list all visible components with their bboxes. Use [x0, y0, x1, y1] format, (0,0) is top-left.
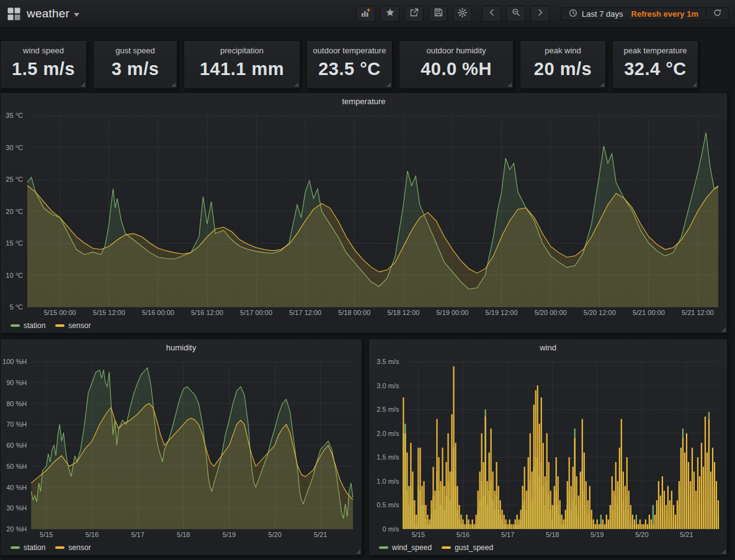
svg-text:5/18: 5/18: [177, 531, 190, 538]
stat-value: 3 m/s: [112, 59, 159, 79]
chevron-right-icon: [537, 8, 544, 19]
panel-resize-handle[interactable]: [294, 82, 298, 87]
svg-text:0 m/s: 0 m/s: [382, 525, 399, 533]
panel-resize-handle[interactable]: [507, 82, 512, 87]
panel-title-temperature[interactable]: temperature: [1, 93, 727, 109]
legend-swatch: [379, 546, 388, 549]
timepicker: Last 7 days Refresh every 1m: [561, 7, 729, 20]
svg-text:5/18: 5/18: [546, 531, 559, 538]
legend-label: sensor: [68, 321, 91, 330]
legend-swatch: [55, 324, 65, 327]
wind-legend: wind_speed gust_speed: [369, 540, 727, 555]
zoom-out-button[interactable]: [506, 6, 525, 22]
panel-title-wind[interactable]: wind: [369, 339, 727, 355]
legend-label: station: [24, 543, 45, 552]
panel-title[interactable]: outdoor temperature: [313, 46, 386, 55]
stat-panel-peak-temperature: peak temperature 32.4 °C: [612, 40, 698, 89]
panel-resize-handle[interactable]: [356, 549, 360, 554]
add-panel-button[interactable]: [356, 6, 375, 22]
svg-text:5/19 12:00: 5/19 12:00: [486, 309, 518, 316]
svg-text:80 %H: 80 %H: [6, 400, 27, 407]
legend-swatch: [11, 546, 20, 549]
time-back-button[interactable]: [482, 6, 501, 22]
temperature-row: temperature 5/15 00:005/15 12:005/16 00:…: [0, 92, 728, 334]
stat-value: 32.4 °C: [624, 59, 687, 79]
stat-panel-gust-speed: gust speed 3 m/s: [93, 40, 177, 89]
svg-text:5/15: 5/15: [412, 531, 425, 538]
stat-row: wind speed 1.5 m/s gust speed 3 m/s prec…: [0, 40, 728, 89]
legend-item-station[interactable]: station: [11, 321, 45, 330]
panel-resize-handle[interactable]: [692, 82, 697, 87]
clock-icon: [569, 9, 577, 19]
stat-value: 23.5 °C: [318, 59, 381, 79]
panel-title[interactable]: outdoor humidity: [426, 46, 486, 55]
wind-chart[interactable]: 5/155/165/175/185/195/205/210 m/s0.5 m/s…: [369, 355, 727, 540]
grafana-dashboard: weather: [0, 0, 735, 560]
panel-title-humidity[interactable]: humidity: [1, 339, 362, 355]
svg-text:100 %H: 100 %H: [2, 358, 27, 365]
stat-panel-outdoor-temperature: outdoor temperature 23.5 °C: [306, 40, 393, 89]
panel-resize-handle[interactable]: [81, 82, 85, 87]
settings-button[interactable]: [453, 6, 472, 22]
svg-text:5/20 12:00: 5/20 12:00: [584, 309, 616, 316]
svg-text:5/15 00:00: 5/15 00:00: [44, 309, 76, 316]
svg-text:5/16 12:00: 5/16 12:00: [191, 309, 223, 316]
legend-label: sensor: [68, 543, 91, 552]
svg-text:2.0 m/s: 2.0 m/s: [376, 430, 399, 437]
star-button[interactable]: [380, 6, 399, 22]
refresh-icon: [713, 8, 722, 20]
svg-text:20 %H: 20 %H: [6, 525, 27, 533]
panel-resize-handle[interactable]: [600, 82, 604, 87]
legend-swatch: [11, 324, 20, 327]
svg-text:5/17: 5/17: [501, 531, 514, 538]
svg-text:5/16 00:00: 5/16 00:00: [142, 309, 174, 316]
panel-resize-handle[interactable]: [386, 82, 391, 87]
legend-item-station[interactable]: station: [11, 543, 45, 552]
refresh-button[interactable]: [706, 8, 728, 20]
legend-item-gust-speed[interactable]: gust_speed: [442, 543, 493, 552]
panel-title[interactable]: wind speed: [23, 46, 64, 55]
legend-item-sensor[interactable]: sensor: [55, 543, 91, 552]
svg-text:5/16: 5/16: [457, 531, 470, 538]
svg-text:5/19: 5/19: [223, 531, 236, 538]
chevron-left-icon: [488, 8, 496, 19]
legend-label: station: [24, 321, 45, 330]
svg-text:5/19 00:00: 5/19 00:00: [437, 309, 469, 316]
panel-resize-handle[interactable]: [721, 549, 726, 554]
stat-value: 141.1 mm: [200, 59, 284, 79]
panel-title[interactable]: peak wind: [545, 46, 581, 55]
panel-resize-handle[interactable]: [721, 327, 726, 332]
svg-text:1.5 m/s: 1.5 m/s: [376, 453, 399, 461]
dashboard-title: weather: [27, 7, 69, 20]
stat-value: 20 m/s: [534, 59, 592, 79]
time-forward-button[interactable]: [530, 6, 550, 22]
humidity-chart[interactable]: 5/155/165/175/185/195/205/2120 %H30 %H40…: [1, 355, 362, 540]
time-nav-actions: [482, 6, 550, 22]
humidity-panel: humidity 5/155/165/175/185/195/205/2120 …: [0, 339, 362, 556]
dashboard-actions: [356, 6, 472, 22]
time-range-button[interactable]: Last 7 days Refresh every 1m: [561, 8, 706, 20]
panel-title[interactable]: gust speed: [115, 46, 155, 55]
grafana-logo-icon[interactable]: [7, 7, 20, 20]
dashboard-title-dropdown[interactable]: weather: [27, 7, 79, 20]
legend-item-sensor[interactable]: sensor: [55, 321, 91, 330]
svg-text:0.5 m/s: 0.5 m/s: [376, 501, 399, 509]
star-icon: [386, 8, 394, 19]
navbar: weather: [0, 0, 735, 28]
svg-text:40 %H: 40 %H: [6, 484, 27, 491]
panel-title[interactable]: peak temperature: [624, 46, 687, 55]
legend-item-wind-speed[interactable]: wind_speed: [379, 543, 432, 552]
save-button[interactable]: [429, 6, 448, 22]
save-icon: [434, 8, 443, 19]
temperature-chart[interactable]: 5/15 00:005/15 12:005/16 00:005/16 12:00…: [1, 109, 727, 318]
svg-text:30 °C: 30 °C: [6, 144, 23, 151]
panel-title[interactable]: precipitation: [220, 46, 264, 55]
panel-resize-handle[interactable]: [171, 82, 176, 87]
share-button[interactable]: [404, 6, 424, 22]
svg-text:5/15 12:00: 5/15 12:00: [93, 309, 125, 316]
svg-text:3.5 m/s: 3.5 m/s: [376, 358, 399, 365]
svg-text:15 °C: 15 °C: [6, 239, 23, 247]
stat-panel-precipitation: precipitation 141.1 mm: [184, 40, 300, 89]
stat-panel-peak-wind: peak wind 20 m/s: [520, 40, 606, 89]
svg-text:5/18 12:00: 5/18 12:00: [387, 309, 419, 316]
